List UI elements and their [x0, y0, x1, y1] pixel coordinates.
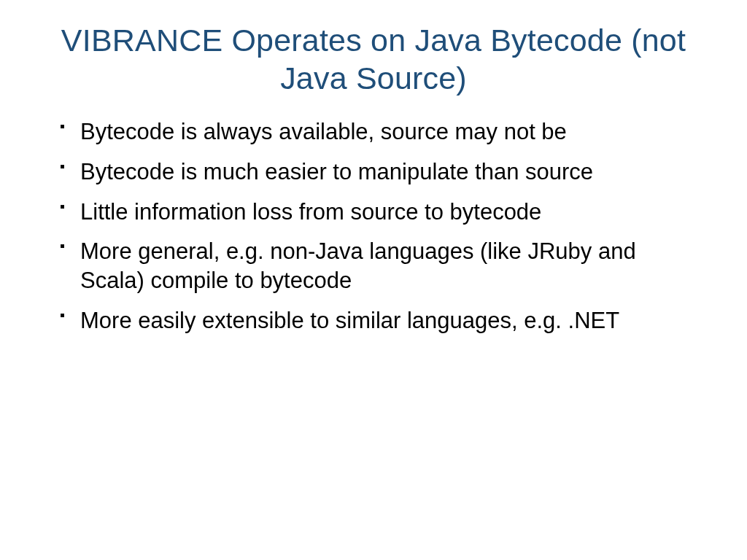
bullet-item: More general, e.g. non-Java languages (l… — [60, 237, 703, 295]
bullet-item: Little information loss from source to b… — [60, 198, 703, 227]
bullet-item: Bytecode is much easier to manipulate th… — [60, 158, 703, 187]
bullet-item: More easily extensible to similar langua… — [60, 306, 703, 335]
slide-title: VIBRANCE Operates on Java Bytecode (not … — [44, 22, 703, 97]
bullet-item: Bytecode is always available, source may… — [60, 117, 703, 147]
slide-container: VIBRANCE Operates on Java Bytecode (not … — [0, 0, 747, 560]
bullet-list: Bytecode is always available, source may… — [44, 117, 703, 335]
